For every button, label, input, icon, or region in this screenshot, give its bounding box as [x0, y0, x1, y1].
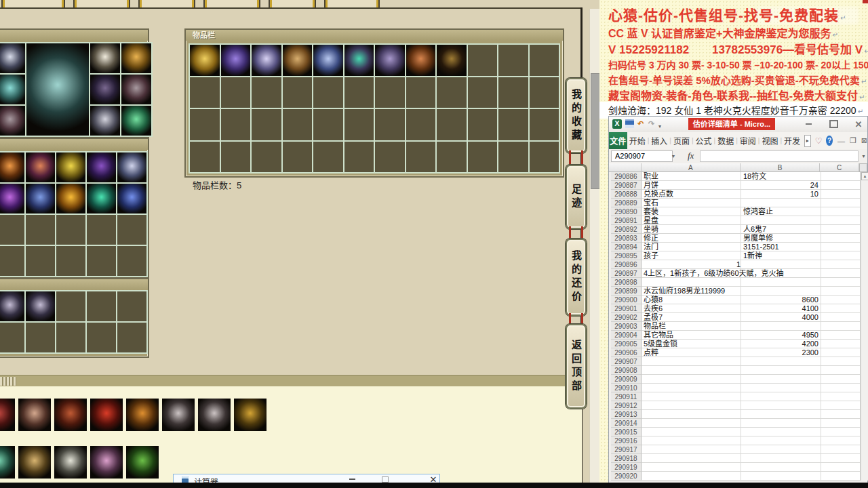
cell-c[interactable] [821, 322, 861, 331]
empty-slot[interactable] [56, 291, 85, 321]
row-header[interactable]: 290898 [611, 278, 642, 287]
empty-slot[interactable] [498, 142, 528, 173]
cell-b[interactable] [741, 410, 821, 419]
row-header[interactable]: 290913 [611, 410, 642, 419]
empty-slot[interactable] [0, 323, 24, 352]
excel-title-bar[interactable]: X ↶ ↷ ▾ 估价详细清单 - Micro... ✕ [609, 117, 867, 133]
cell-a[interactable]: 兑换点数 [642, 190, 741, 199]
row-header[interactable]: 290908 [611, 366, 642, 375]
character-portrait[interactable] [26, 43, 89, 136]
empty-slot[interactable] [283, 142, 313, 173]
tab-review[interactable]: 审阅 [738, 135, 758, 146]
cell-b[interactable] [741, 401, 821, 410]
empty-slot[interactable] [313, 77, 343, 108]
cell-b[interactable] [741, 392, 821, 401]
empty-slot[interactable] [406, 109, 436, 140]
collapse-ribbon-icon[interactable]: — [837, 137, 845, 145]
name-box[interactable]: A290907 [611, 150, 673, 162]
cell-a[interactable]: 宝石 [642, 199, 741, 207]
cell-a[interactable]: 坐骑 [642, 225, 741, 234]
cell-c[interactable] [821, 207, 861, 216]
empty-slot[interactable] [26, 215, 55, 245]
cell-a[interactable]: 套装 [642, 207, 741, 216]
item-gold-chain-mask[interactable] [234, 399, 267, 431]
empty-slot[interactable] [56, 246, 85, 276]
empty-slot[interactable] [498, 77, 528, 108]
item-blue-armguard[interactable] [117, 184, 146, 214]
item-pale-shawl[interactable] [18, 399, 51, 431]
cell-c[interactable] [821, 375, 861, 384]
row-header[interactable]: 290893 [611, 234, 642, 243]
empty-slot[interactable] [406, 77, 436, 108]
cell-a[interactable]: 1 [642, 260, 741, 269]
row-header[interactable]: 290916 [611, 436, 642, 445]
cell-c[interactable] [821, 251, 861, 260]
empty-slot[interactable] [221, 142, 251, 173]
cell-b[interactable]: 人6鬼7 [741, 225, 821, 234]
redo-icon[interactable]: ↷ [648, 119, 654, 128]
item-gold-medallion[interactable] [190, 45, 220, 76]
item-gem-ring[interactable] [121, 75, 151, 104]
cell-a[interactable] [642, 392, 741, 401]
empty-slot[interactable] [530, 142, 559, 173]
item-halo-ring[interactable] [56, 152, 85, 182]
row-header[interactable]: 290888 [611, 190, 642, 199]
cell-b[interactable] [741, 463, 821, 472]
cell-c[interactable] [821, 172, 861, 181]
cell-b[interactable]: 24 [741, 181, 821, 190]
row-header[interactable]: 290887 [611, 181, 642, 190]
tab-home[interactable]: 开始 [627, 135, 648, 146]
top-tab[interactable] [269, 0, 316, 7]
item-dark-relic[interactable] [437, 45, 467, 76]
column-header-b[interactable]: B [741, 163, 820, 172]
cell-a[interactable] [642, 375, 741, 384]
formula-input[interactable] [700, 150, 859, 162]
cell-c[interactable] [821, 278, 861, 287]
heart-icon[interactable]: ♡ [815, 136, 823, 146]
cell-b[interactable] [741, 260, 821, 269]
cell-b[interactable]: 男魔单修 [741, 234, 821, 243]
cell-a[interactable]: 5级盘金锁 [642, 340, 741, 348]
cell-a[interactable]: 法门 [642, 243, 741, 251]
empty-slot[interactable] [117, 323, 146, 352]
save-icon[interactable] [625, 119, 634, 128]
row-header[interactable]: 290917 [611, 445, 642, 454]
cell-a[interactable]: 月饼 [642, 181, 741, 190]
cell-c[interactable] [821, 181, 861, 190]
row-header[interactable]: 290920 [611, 472, 642, 481]
cell-c[interactable] [821, 454, 861, 463]
row-header[interactable]: 290892 [611, 225, 642, 234]
empty-slot[interactable] [437, 109, 467, 140]
cell-a[interactable] [642, 366, 741, 375]
maximize-button[interactable] [825, 117, 842, 131]
row-header[interactable]: 290906 [611, 348, 642, 357]
item-character-card[interactable] [0, 291, 24, 321]
sidebar-button-footprints[interactable]: 足迹 [566, 165, 587, 229]
empty-slot[interactable] [530, 45, 559, 76]
item-teal-wisp[interactable] [0, 446, 15, 479]
cell-a[interactable] [642, 410, 741, 419]
row-header[interactable]: 290911 [611, 392, 642, 401]
item-teal-cape[interactable] [0, 75, 25, 104]
cell-c[interactable] [821, 269, 861, 278]
quick-access-dropdown-icon[interactable]: ▾ [658, 122, 661, 131]
empty-slot[interactable] [56, 323, 85, 352]
cell-a[interactable]: 其它物品 [642, 331, 741, 340]
close-window-icon[interactable]: ⊠ [861, 136, 867, 145]
empty-slot[interactable] [117, 215, 146, 245]
cell-b[interactable] [741, 384, 821, 392]
cell-c[interactable] [821, 401, 861, 410]
cell-c[interactable] [821, 260, 861, 269]
cell-c[interactable] [821, 348, 861, 357]
empty-slot[interactable] [375, 77, 405, 108]
tab-page-layout[interactable]: 页面 [671, 135, 692, 146]
cell-b[interactable]: 4200 [741, 340, 821, 348]
empty-slot[interactable] [252, 142, 281, 173]
excel-vscrollbar[interactable]: ▲ [861, 172, 868, 481]
item-flame-guitar[interactable] [26, 152, 55, 182]
empty-slot[interactable] [26, 246, 55, 276]
empty-slot[interactable] [0, 246, 24, 276]
cell-c[interactable] [821, 428, 861, 436]
row-header[interactable]: 290910 [611, 384, 642, 392]
empty-slot[interactable] [87, 246, 116, 276]
